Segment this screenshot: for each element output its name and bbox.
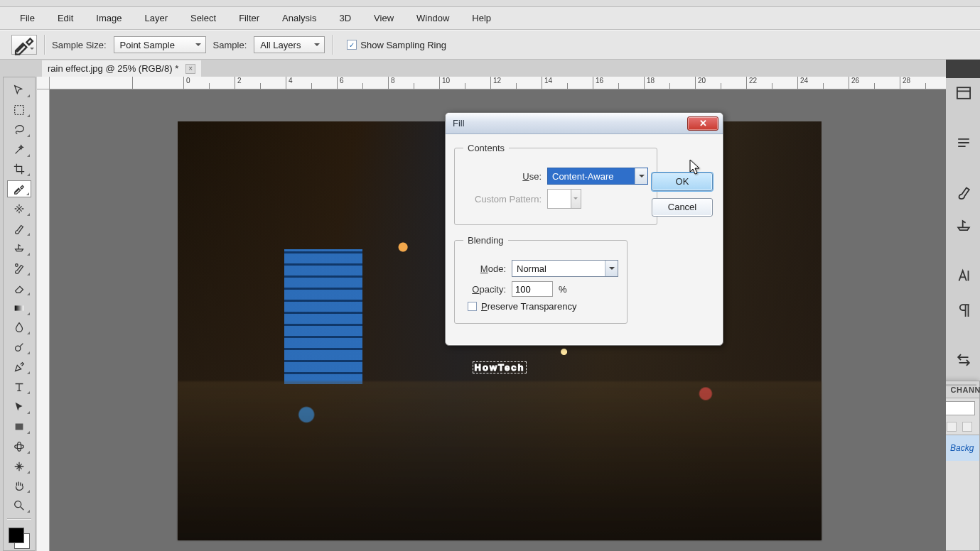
3d-camera-tool[interactable]	[7, 458, 31, 475]
tool-palette	[3, 77, 36, 551]
magic-wand-tool[interactable]	[7, 141, 31, 158]
menu-edit[interactable]: Edit	[46, 9, 85, 28]
ruler-tick: 0	[183, 77, 190, 89]
show-sampling-label: Show Sampling Ring	[360, 40, 446, 50]
sample-dropdown[interactable]: All Layers	[254, 36, 325, 53]
show-sampling-ring-checkbox[interactable]: ✓ Show Sampling Ring	[347, 40, 446, 50]
menu-file[interactable]: File	[9, 9, 46, 28]
separator	[44, 35, 45, 55]
custom-pattern-label: Custom Pattern:	[463, 194, 542, 204]
clone-source-panel-icon[interactable]	[954, 217, 973, 236]
path-select-tool[interactable]	[7, 398, 31, 415]
document-tab[interactable]: rain effect.jpg @ 25% (RGB/8) * ×	[41, 60, 202, 77]
fill-dialog: Fill ✕ Contents Use: Content-Aware Custo…	[445, 112, 723, 346]
ruler-tick: 26	[849, 77, 859, 89]
dodge-tool[interactable]	[7, 339, 31, 356]
ruler-tick: 6	[337, 77, 344, 89]
eyedropper-icon	[12, 33, 36, 57]
eraser-tool[interactable]	[7, 280, 31, 297]
rectangle-tool[interactable]	[7, 418, 31, 435]
sample-size-label: Sample Size:	[52, 40, 107, 50]
blending-group: Blending Mode: Normal Opacity: % Preserv…	[454, 235, 628, 324]
collapsed-panels-strip	[952, 77, 976, 381]
menu-select[interactable]: Select	[179, 9, 227, 28]
eyedropper-tool[interactable]	[7, 180, 31, 197]
image-detail	[178, 381, 822, 540]
lock-position-icon[interactable]	[962, 422, 972, 432]
mode-dropdown[interactable]: Normal	[512, 260, 618, 277]
horizontal-ruler[interactable]: 024681012141618202224262830	[50, 77, 946, 89]
clone-stamp-tool[interactable]	[7, 240, 31, 257]
close-dialog-button[interactable]: ✕	[687, 116, 718, 131]
vertical-ruler[interactable]	[37, 89, 50, 551]
pen-tool[interactable]	[7, 359, 31, 376]
mode-value: Normal	[517, 263, 546, 274]
history-panel-icon[interactable]	[954, 133, 973, 152]
ruler-tick: 20	[695, 77, 706, 89]
layer-name[interactable]: Backg	[950, 443, 974, 453]
svg-rect-2	[15, 305, 24, 310]
history-brush-tool[interactable]	[7, 260, 31, 277]
tool-preset-picker[interactable]	[11, 35, 37, 55]
opacity-input[interactable]	[512, 281, 553, 297]
close-tab-button[interactable]: ×	[185, 64, 195, 74]
paragraph-panel-icon[interactable]	[954, 301, 973, 320]
preserve-transparency-checkbox[interactable]: Preserve Transparency	[468, 301, 618, 312]
menu-image[interactable]: Image	[85, 9, 133, 28]
sample-label: Sample:	[213, 40, 247, 50]
menu-3d[interactable]: 3D	[328, 9, 362, 28]
checkbox-icon: ✓	[347, 40, 357, 50]
crop-tool[interactable]	[7, 161, 31, 178]
lasso-tool[interactable]	[7, 121, 31, 138]
foreground-color-swatch[interactable]	[9, 528, 24, 543]
main-menu-bar: File Edit Image Layer Select Filter Anal…	[0, 7, 980, 30]
cancel-button[interactable]: Cancel	[652, 198, 713, 217]
ruler-tick: 16	[593, 77, 603, 89]
tool-presets-panel-icon[interactable]	[954, 351, 973, 369]
brush-panel-icon[interactable]	[954, 183, 973, 202]
character-panel-icon[interactable]	[954, 267, 973, 285]
3d-rotate-tool[interactable]	[7, 438, 31, 455]
contents-legend: Contents	[463, 143, 509, 153]
menu-filter[interactable]: Filter	[227, 9, 271, 28]
ok-button[interactable]: OK	[652, 173, 713, 191]
separator	[332, 35, 333, 55]
checkbox-icon	[468, 302, 477, 311]
gradient-tool[interactable]	[7, 300, 31, 317]
sample-size-dropdown[interactable]: Point Sample	[114, 36, 206, 53]
app-top-strip	[0, 0, 980, 7]
menu-layer[interactable]: Layer	[134, 9, 180, 28]
ruler-tick: 14	[542, 77, 552, 89]
menu-view[interactable]: View	[362, 9, 405, 28]
pattern-picker-arrow	[571, 189, 581, 209]
hand-tool[interactable]	[7, 478, 31, 495]
marquee-tool[interactable]	[7, 102, 31, 119]
type-tool[interactable]	[7, 378, 31, 395]
pattern-swatch	[547, 189, 571, 209]
use-dropdown[interactable]: Content-Aware	[547, 168, 648, 185]
zoom-tool[interactable]	[7, 497, 31, 514]
sample-size-value: Point Sample	[120, 40, 175, 50]
svg-point-6	[17, 442, 21, 451]
use-label: Use:	[463, 171, 542, 182]
separator	[7, 518, 31, 519]
ruler-tick: 4	[286, 77, 293, 89]
dialog-titlebar[interactable]: Fill ✕	[446, 113, 723, 134]
document-title: rain effect.jpg @ 25% (RGB/8) *	[48, 63, 178, 74]
menu-analysis[interactable]: Analysis	[271, 9, 328, 28]
ruler-tick: 22	[746, 77, 757, 89]
dark-tab-gutter	[946, 60, 980, 78]
chevron-down-icon	[605, 261, 618, 276]
lock-pixels-icon[interactable]	[947, 422, 957, 432]
menu-help[interactable]: Help	[461, 9, 502, 28]
tab-channels[interactable]: CHANN	[945, 381, 980, 398]
spot-heal-tool[interactable]	[7, 200, 31, 217]
menu-window[interactable]: Window	[405, 9, 461, 28]
ruler-origin[interactable]	[37, 77, 50, 89]
blur-tool[interactable]	[7, 320, 31, 337]
brush-tool[interactable]	[7, 220, 31, 237]
color-swatches[interactable]	[7, 526, 31, 550]
move-tool[interactable]	[7, 82, 31, 99]
mini-bridge-icon[interactable]	[954, 84, 973, 102]
custom-pattern-picker	[547, 189, 581, 209]
